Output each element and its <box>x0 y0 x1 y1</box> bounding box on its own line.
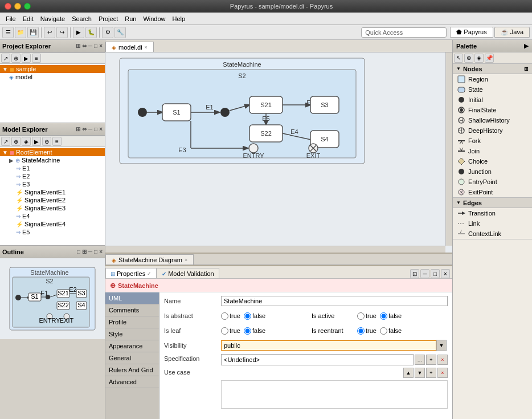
menu-search[interactable]: Search <box>68 14 95 23</box>
pe-item-model[interactable]: ◈ model <box>7 73 105 81</box>
model-explorer-header-icons[interactable]: ⊞ ⇔ ─ □ × <box>76 126 103 132</box>
toolbar-save[interactable]: 💾 <box>27 27 39 38</box>
titlebar-buttons[interactable] <box>5 3 31 10</box>
toolbar-debug[interactable]: 🐛 <box>85 27 97 38</box>
me-root-element[interactable]: ▼ ◼ RootElement <box>0 148 105 156</box>
menu-file[interactable]: File <box>2 14 19 23</box>
me-signal-e3[interactable]: ⚡ SignalEventE3 <box>14 204 105 212</box>
minimize-button[interactable] <box>14 3 21 10</box>
palette-item-choice[interactable]: Choice <box>453 156 532 166</box>
props-usecase-btn-down[interactable]: ▼ <box>415 368 425 378</box>
me-collapse-icon[interactable]: ⊞ <box>76 126 80 132</box>
is-abstract-true-radio[interactable] <box>221 312 228 320</box>
me-tb3[interactable]: ◈ <box>22 137 31 146</box>
pe-toolbar-btn3[interactable]: ▶ <box>22 54 31 63</box>
sm-diagram-tab[interactable]: ◈ StateMachine Diagram × <box>105 254 194 265</box>
me-min-icon[interactable]: ─ <box>88 126 92 132</box>
collapse-all-icon[interactable]: ⊞ <box>76 43 80 49</box>
diagram-hscrollbar[interactable] <box>105 246 445 253</box>
outline-tb1[interactable]: □ <box>77 249 80 255</box>
palette-expand-icon[interactable]: ▶ <box>524 43 529 49</box>
props-tab-validation[interactable]: ✔ Model Validation <box>157 268 219 278</box>
outline-tb2[interactable]: ⊞ <box>82 249 87 255</box>
props-usecase-btn-del[interactable]: × <box>437 368 448 378</box>
props-name-input[interactable] <box>221 296 448 306</box>
props-close-btn[interactable]: × <box>441 269 450 278</box>
palette-tb-pin[interactable]: 📌 <box>485 54 494 63</box>
close-button[interactable] <box>5 3 11 10</box>
palette-item-state[interactable]: State <box>453 84 532 95</box>
props-spec-btn-add[interactable]: + <box>426 355 436 365</box>
is-reentrant-false-radio[interactable] <box>380 327 387 335</box>
props-visibility-input[interactable] <box>221 340 436 351</box>
pe-item-sample[interactable]: ▼ ◼ sample <box>0 65 105 73</box>
me-signal-e4[interactable]: ⚡ SignalEventE4 <box>14 220 105 228</box>
is-leaf-true-radio[interactable] <box>221 327 228 335</box>
props-max-btn[interactable]: □ <box>431 269 440 278</box>
diagram-area[interactable]: StateMachine S2 S1 E1 <box>105 52 452 253</box>
maximize-button[interactable] <box>24 3 31 10</box>
menu-window[interactable]: Window <box>140 14 169 23</box>
props-spec-input[interactable] <box>221 354 414 365</box>
quick-access-input[interactable]: Quick Access <box>361 27 447 38</box>
palette-item-finalstate[interactable]: FinalState <box>453 105 532 115</box>
is-abstract-false-radio[interactable] <box>244 312 251 320</box>
me-tb6[interactable]: ≡ <box>52 137 62 146</box>
is-leaf-false-radio[interactable] <box>244 327 251 335</box>
palette-tb-select[interactable]: ↖ <box>454 54 463 63</box>
props-sidebar-style[interactable]: Style <box>105 328 159 340</box>
editor-tab-model[interactable]: ◈ model.di × <box>105 42 154 52</box>
pe-toolbar-btn2[interactable]: ⊕ <box>11 54 21 63</box>
props-sidebar-uml[interactable]: UML <box>105 292 159 304</box>
toolbar-new[interactable]: ☰ <box>2 27 14 38</box>
palette-item-fork[interactable]: Fork <box>453 136 532 146</box>
me-e2[interactable]: ⇒ E2 <box>14 172 105 180</box>
is-reentrant-true-radio[interactable] <box>357 327 365 335</box>
editor-tab-close[interactable]: × <box>145 44 148 50</box>
me-tb1[interactable]: ↗ <box>1 137 10 146</box>
link-editor-icon[interactable]: ⇔ <box>82 43 87 49</box>
is-active-false-radio[interactable] <box>380 312 387 320</box>
props-sidebar-comments[interactable]: Comments <box>105 304 159 316</box>
palette-edges-header[interactable]: ▼ Edges <box>453 198 532 208</box>
toolbar-extra1[interactable]: ⚙ <box>102 27 113 38</box>
props-sidebar-profile[interactable]: Profile <box>105 316 159 328</box>
palette-item-transition[interactable]: Transition <box>453 208 532 218</box>
me-statemachine[interactable]: ▶ ⊕ StateMachine <box>7 156 105 164</box>
palette-nodes-header[interactable]: ▼ Nodes ⊞ <box>453 64 532 74</box>
props-usecase-btn-up[interactable]: ▲ <box>403 368 414 378</box>
props-sidebar-rulers[interactable]: Rulers And Grid <box>105 364 159 376</box>
minimize-icon[interactable]: ─ <box>88 43 92 49</box>
me-tb2[interactable]: ⊕ <box>11 137 21 146</box>
props-spec-btn-del[interactable]: × <box>437 355 448 365</box>
toolbar-undo[interactable]: ↩ <box>44 27 55 38</box>
props-min-btn[interactable]: ─ <box>420 269 429 278</box>
palette-item-deephistory[interactable]: H* DeepHistory <box>453 125 532 136</box>
me-e5[interactable]: ⇒ E5 <box>14 228 105 236</box>
toolbar-run[interactable]: ▶ <box>73 27 84 38</box>
palette-item-join[interactable]: Join <box>453 146 532 156</box>
pe-toolbar-btn4[interactable]: ≡ <box>32 54 41 63</box>
me-tb5[interactable]: ⊖ <box>42 137 51 146</box>
props-sidebar-general[interactable]: General <box>105 352 159 364</box>
props-visibility-arrow[interactable]: ▼ <box>436 340 447 351</box>
palette-item-initial[interactable]: Initial <box>453 95 532 105</box>
nodes-section-expand-icon[interactable]: ⊞ <box>524 66 529 72</box>
toolbar-open[interactable]: 📁 <box>15 27 26 38</box>
menu-project[interactable]: Project <box>95 14 121 23</box>
me-e1[interactable]: ⇒ E1 <box>14 164 105 172</box>
outline-min[interactable]: ─ <box>88 249 92 255</box>
palette-item-entrypoint[interactable]: EntryPoint <box>453 177 532 187</box>
palette-tb-zoom[interactable]: ⊕ <box>464 54 473 63</box>
pe-toolbar-btn1[interactable]: ↗ <box>1 54 10 63</box>
me-e3[interactable]: ⇒ E3 <box>14 180 105 188</box>
outline-header-icons[interactable]: □ ⊞ ─ □ × <box>77 249 103 255</box>
maximize-icon[interactable]: □ <box>94 43 97 49</box>
outline-close[interactable]: × <box>99 249 103 255</box>
me-close-icon[interactable]: × <box>99 126 103 132</box>
me-link-icon[interactable]: ⇔ <box>82 126 87 132</box>
palette-tb-view[interactable]: ◈ <box>474 54 484 63</box>
me-signal-e1[interactable]: ⚡ SignalEventE1 <box>14 188 105 196</box>
toolbar-redo[interactable]: ↪ <box>56 27 68 38</box>
menu-help[interactable]: Help <box>169 14 189 23</box>
